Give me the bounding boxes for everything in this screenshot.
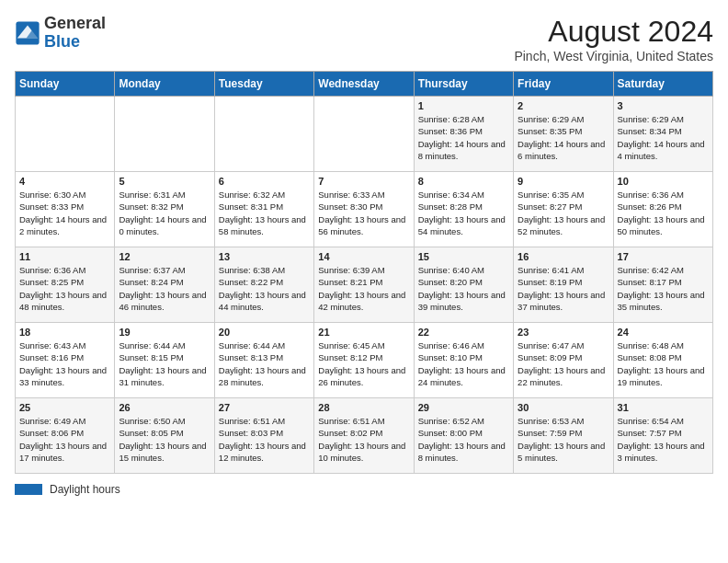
calendar-day-cell: 12Sunrise: 6:37 AMSunset: 8:24 PMDayligh…: [115, 247, 214, 323]
day-info: Sunrise: 6:48 AMSunset: 8:08 PMDaylight:…: [618, 339, 709, 388]
day-info: Sunrise: 6:45 AMSunset: 8:12 PMDaylight:…: [318, 339, 409, 388]
calendar-week-row: 1Sunrise: 6:28 AMSunset: 8:36 PMDaylight…: [16, 97, 713, 172]
calendar-day-cell: 28Sunrise: 6:51 AMSunset: 8:02 PMDayligh…: [314, 398, 414, 474]
calendar-day-cell: 18Sunrise: 6:43 AMSunset: 8:16 PMDayligh…: [16, 323, 115, 398]
day-info: Sunrise: 6:28 AMSunset: 8:36 PMDaylight:…: [418, 113, 509, 162]
day-info: Sunrise: 6:33 AMSunset: 8:30 PMDaylight:…: [318, 189, 409, 237]
calendar-day-cell: 10Sunrise: 6:36 AMSunset: 8:26 PMDayligh…: [613, 172, 712, 247]
day-number: 30: [518, 402, 609, 413]
day-info: Sunrise: 6:49 AMSunset: 8:06 PMDaylight:…: [19, 415, 110, 464]
day-number: 27: [219, 402, 310, 413]
calendar-day-cell: 26Sunrise: 6:50 AMSunset: 8:05 PMDayligh…: [115, 398, 214, 474]
calendar-day-cell: 15Sunrise: 6:40 AMSunset: 8:20 PMDayligh…: [414, 247, 513, 323]
calendar-header-cell: Tuesday: [214, 72, 313, 97]
day-info: Sunrise: 6:40 AMSunset: 8:20 PMDaylight:…: [418, 264, 509, 313]
day-info: Sunrise: 6:42 AMSunset: 8:17 PMDaylight:…: [618, 264, 709, 313]
calendar-day-cell: 20Sunrise: 6:44 AMSunset: 8:13 PMDayligh…: [214, 323, 313, 398]
day-number: 11: [19, 251, 110, 262]
calendar-header-cell: Sunday: [16, 72, 115, 97]
day-info: Sunrise: 6:51 AMSunset: 8:03 PMDaylight:…: [219, 415, 310, 464]
calendar-day-cell: 30Sunrise: 6:53 AMSunset: 7:59 PMDayligh…: [514, 398, 613, 474]
logo-icon: [15, 20, 40, 46]
calendar-day-cell: 8Sunrise: 6:34 AMSunset: 8:28 PMDaylight…: [414, 172, 513, 247]
day-number: 10: [618, 176, 709, 187]
daylight-legend-color: [15, 484, 42, 495]
day-number: 12: [119, 251, 210, 262]
calendar-day-cell: 9Sunrise: 6:35 AMSunset: 8:27 PMDaylight…: [514, 172, 613, 247]
calendar-header-cell: Wednesday: [314, 72, 414, 97]
calendar-day-cell: 25Sunrise: 6:49 AMSunset: 8:06 PMDayligh…: [16, 398, 115, 474]
daylight-legend-label: Daylight hours: [50, 483, 120, 496]
day-number: 3: [618, 100, 709, 111]
day-info: Sunrise: 6:44 AMSunset: 8:15 PMDaylight:…: [119, 339, 210, 388]
calendar-day-cell: 21Sunrise: 6:45 AMSunset: 8:12 PMDayligh…: [314, 323, 414, 398]
calendar-day-cell: 11Sunrise: 6:36 AMSunset: 8:25 PMDayligh…: [16, 247, 115, 323]
day-number: 28: [318, 402, 409, 413]
calendar-day-cell: 6Sunrise: 6:32 AMSunset: 8:31 PMDaylight…: [214, 172, 313, 247]
day-info: Sunrise: 6:29 AMSunset: 8:34 PMDaylight:…: [618, 113, 709, 162]
day-number: 20: [219, 327, 310, 338]
calendar-week-row: 4Sunrise: 6:30 AMSunset: 8:33 PMDaylight…: [16, 172, 713, 247]
day-number: 31: [618, 402, 709, 413]
calendar-day-cell: 31Sunrise: 6:54 AMSunset: 7:57 PMDayligh…: [613, 398, 712, 474]
day-number: 25: [19, 402, 110, 413]
calendar-day-cell: 2Sunrise: 6:29 AMSunset: 8:35 PMDaylight…: [514, 97, 613, 172]
calendar-day-cell: 27Sunrise: 6:51 AMSunset: 8:03 PMDayligh…: [214, 398, 313, 474]
day-number: 6: [219, 176, 310, 187]
day-info: Sunrise: 6:51 AMSunset: 8:02 PMDaylight:…: [318, 415, 409, 464]
calendar-week-row: 18Sunrise: 6:43 AMSunset: 8:16 PMDayligh…: [16, 323, 713, 398]
day-number: 22: [418, 327, 509, 338]
calendar-day-cell: 22Sunrise: 6:46 AMSunset: 8:10 PMDayligh…: [414, 323, 513, 398]
day-number: 18: [19, 327, 110, 338]
main-title: August 2024: [514, 15, 713, 49]
day-info: Sunrise: 6:31 AMSunset: 8:32 PMDaylight:…: [119, 189, 210, 237]
day-number: 9: [518, 176, 609, 187]
day-info: Sunrise: 6:36 AMSunset: 8:25 PMDaylight:…: [19, 264, 110, 313]
calendar-day-cell: 23Sunrise: 6:47 AMSunset: 8:09 PMDayligh…: [514, 323, 613, 398]
logo-text: General Blue: [44, 15, 106, 52]
calendar-day-cell: [314, 97, 414, 172]
day-info: Sunrise: 6:50 AMSunset: 8:05 PMDaylight:…: [119, 415, 210, 464]
logo-general-text: General: [44, 14, 106, 32]
calendar-day-cell: 7Sunrise: 6:33 AMSunset: 8:30 PMDaylight…: [314, 172, 414, 247]
day-number: 16: [518, 251, 609, 262]
logo: General Blue: [15, 15, 106, 52]
day-info: Sunrise: 6:32 AMSunset: 8:31 PMDaylight:…: [219, 189, 310, 237]
calendar-week-row: 25Sunrise: 6:49 AMSunset: 8:06 PMDayligh…: [16, 398, 713, 474]
calendar-day-cell: [214, 97, 313, 172]
calendar-body: 1Sunrise: 6:28 AMSunset: 8:36 PMDaylight…: [16, 97, 713, 474]
calendar-day-cell: 17Sunrise: 6:42 AMSunset: 8:17 PMDayligh…: [613, 247, 712, 323]
calendar-day-cell: 19Sunrise: 6:44 AMSunset: 8:15 PMDayligh…: [115, 323, 214, 398]
title-block: August 2024 Pinch, West Virginia, United…: [514, 15, 713, 63]
day-info: Sunrise: 6:30 AMSunset: 8:33 PMDaylight:…: [19, 189, 110, 237]
calendar-day-cell: 24Sunrise: 6:48 AMSunset: 8:08 PMDayligh…: [613, 323, 712, 398]
day-info: Sunrise: 6:46 AMSunset: 8:10 PMDaylight:…: [418, 339, 509, 388]
day-info: Sunrise: 6:34 AMSunset: 8:28 PMDaylight:…: [418, 189, 509, 237]
day-info: Sunrise: 6:29 AMSunset: 8:35 PMDaylight:…: [518, 113, 609, 162]
calendar-day-cell: 13Sunrise: 6:38 AMSunset: 8:22 PMDayligh…: [214, 247, 313, 323]
day-number: 21: [318, 327, 409, 338]
day-info: Sunrise: 6:36 AMSunset: 8:26 PMDaylight:…: [618, 189, 709, 237]
calendar-header-cell: Friday: [514, 72, 613, 97]
day-info: Sunrise: 6:54 AMSunset: 7:57 PMDaylight:…: [618, 415, 709, 464]
subtitle: Pinch, West Virginia, United States: [514, 49, 713, 63]
day-info: Sunrise: 6:47 AMSunset: 8:09 PMDaylight:…: [518, 339, 609, 388]
day-info: Sunrise: 6:41 AMSunset: 8:19 PMDaylight:…: [518, 264, 609, 313]
day-number: 14: [318, 251, 409, 262]
day-number: 7: [318, 176, 409, 187]
day-info: Sunrise: 6:52 AMSunset: 8:00 PMDaylight:…: [418, 415, 509, 464]
day-number: 8: [418, 176, 509, 187]
day-info: Sunrise: 6:43 AMSunset: 8:16 PMDaylight:…: [19, 339, 110, 388]
logo-blue-text: Blue: [44, 32, 80, 51]
calendar-day-cell: 5Sunrise: 6:31 AMSunset: 8:32 PMDaylight…: [115, 172, 214, 247]
calendar-header-row: SundayMondayTuesdayWednesdayThursdayFrid…: [16, 72, 713, 97]
calendar-day-cell: 4Sunrise: 6:30 AMSunset: 8:33 PMDaylight…: [16, 172, 115, 247]
calendar-day-cell: [115, 97, 214, 172]
day-number: 2: [518, 100, 609, 111]
day-number: 23: [518, 327, 609, 338]
calendar-day-cell: 3Sunrise: 6:29 AMSunset: 8:34 PMDaylight…: [613, 97, 712, 172]
day-number: 17: [618, 251, 709, 262]
calendar-header-cell: Saturday: [613, 72, 712, 97]
day-info: Sunrise: 6:39 AMSunset: 8:21 PMDaylight:…: [318, 264, 409, 313]
calendar-day-cell: [16, 97, 115, 172]
